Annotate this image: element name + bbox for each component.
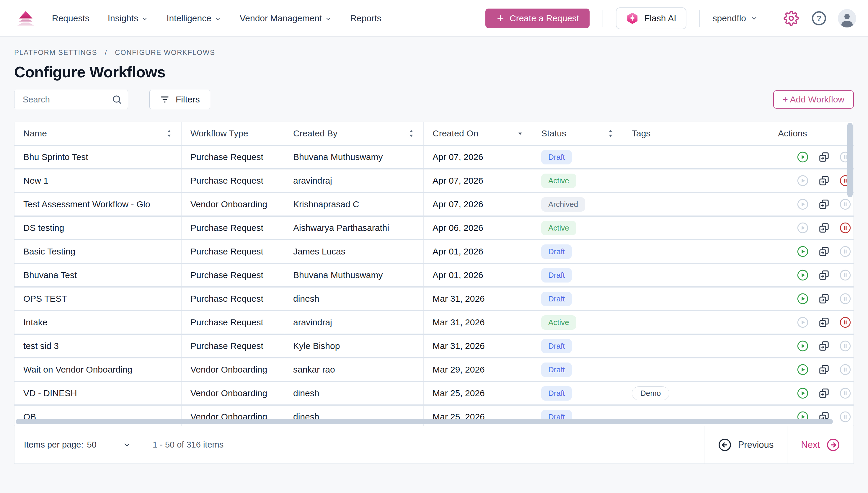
table-row[interactable]: Bhu Sprinto TestPurchase RequestBhuvana … <box>15 145 853 168</box>
breadcrumb-configure-workflows[interactable]: CONFIGURE WORKFLOWS <box>115 48 215 57</box>
create-request-button[interactable]: Create a Request <box>485 8 590 28</box>
table-row[interactable]: IntakePurchase RequestaravindrajMar 31, … <box>15 310 853 334</box>
status-cell: Draft <box>532 240 623 263</box>
workflow-name-cell: Basic Testing <box>15 240 181 263</box>
filters-button[interactable]: Filters <box>149 90 210 109</box>
nav-item-insights[interactable]: Insights <box>108 13 148 23</box>
pause-workflow-button[interactable] <box>839 222 851 234</box>
nav-item-vendor-management[interactable]: Vendor Management <box>240 13 332 23</box>
table-row[interactable]: New 1Purchase RequestaravindrajApr 07, 2… <box>15 168 853 192</box>
table-row[interactable]: VD - DINESHVendor OnboardingdineshMar 25… <box>15 381 853 404</box>
breadcrumb-separator: / <box>105 48 107 57</box>
column-label: Tags <box>632 128 650 138</box>
table-row[interactable]: DS testingPurchase RequestAishwarya Part… <box>15 215 853 239</box>
workflow-type-cell: Purchase Request <box>181 311 284 334</box>
actions-cell <box>769 287 853 310</box>
created-by-cell: aravindraj <box>284 311 424 334</box>
column-header-created-by[interactable]: Created By <box>284 122 424 145</box>
duplicate-workflow-button[interactable] <box>818 198 830 210</box>
column-header-name[interactable]: Name <box>15 122 181 145</box>
duplicate-workflow-button[interactable] <box>818 269 830 281</box>
actions-cell <box>769 382 853 404</box>
settings-gear-icon[interactable] <box>784 10 799 26</box>
org-switcher[interactable]: spendflo <box>713 13 758 23</box>
pagination-bar: Items per page: 50 1 - 50 of 316 items P… <box>14 426 854 464</box>
nav-item-label: Insights <box>108 13 138 23</box>
created-on-cell: Apr 01, 2026 <box>424 240 532 263</box>
table-row[interactable]: Bhuvana TestPurchase RequestBhuvana Muth… <box>15 263 853 286</box>
items-per-page-select[interactable]: Items per page: 50 <box>15 426 142 464</box>
table-row[interactable]: Wait on Vendor OnboardingVendor Onboardi… <box>15 357 853 381</box>
duplicate-workflow-button[interactable] <box>818 364 830 376</box>
duplicate-workflow-button[interactable] <box>818 222 830 234</box>
chevron-down-icon <box>214 15 221 22</box>
created-on-cell: Apr 07, 2026 <box>424 146 532 168</box>
workflow-type-cell: Vendor Onboarding <box>181 193 284 215</box>
column-header-status[interactable]: Status <box>532 122 623 145</box>
run-workflow-button[interactable] <box>797 293 809 305</box>
duplicate-workflow-button[interactable] <box>818 317 830 328</box>
tags-cell <box>623 217 769 239</box>
filter-icon <box>160 94 170 105</box>
run-workflow-button[interactable] <box>797 387 809 399</box>
status-cell: Active <box>532 311 623 334</box>
column-header-created-on[interactable]: Created On <box>424 122 532 145</box>
nav-item-label: Requests <box>52 13 89 23</box>
table-row[interactable]: OPS TESTPurchase RequestdineshMar 31, 20… <box>15 286 853 310</box>
created-on-cell: Mar 25, 2026 <box>424 382 532 404</box>
run-workflow-button[interactable] <box>797 269 809 281</box>
created-by-cell: sankar rao <box>284 358 424 381</box>
status-cell: Draft <box>532 335 623 357</box>
nav-item-intelligence[interactable]: Intelligence <box>167 13 221 23</box>
status-badge: Draft <box>541 386 572 401</box>
help-icon[interactable]: ? <box>811 10 827 26</box>
tags-cell <box>623 311 769 334</box>
table-body: Bhu Sprinto TestPurchase RequestBhuvana … <box>15 145 853 426</box>
duplicate-workflow-button[interactable] <box>818 387 830 399</box>
status-cell: Draft <box>532 358 623 381</box>
user-avatar[interactable] <box>838 9 856 27</box>
items-per-page-value: 50 <box>87 440 96 450</box>
run-workflow-button[interactable] <box>797 364 809 376</box>
next-page-button[interactable]: Next <box>787 426 853 464</box>
run-workflow-button[interactable] <box>797 340 809 352</box>
pause-workflow-button <box>839 387 851 399</box>
chevron-down-icon <box>141 15 148 22</box>
actions-cell <box>769 240 853 263</box>
breadcrumb-platform-settings[interactable]: PLATFORM SETTINGS <box>14 48 97 57</box>
previous-page-button[interactable]: Previous <box>704 426 787 464</box>
actions-cell <box>769 311 853 334</box>
search-input[interactable] <box>14 90 128 109</box>
horizontal-scrollbar[interactable] <box>16 419 833 424</box>
duplicate-workflow-button[interactable] <box>818 151 830 163</box>
status-cell: Active <box>532 169 623 192</box>
status-badge: Draft <box>541 244 572 259</box>
duplicate-workflow-button[interactable] <box>818 340 830 352</box>
table-row[interactable]: Basic TestingPurchase RequestJames Lucas… <box>15 239 853 263</box>
previous-label: Previous <box>738 440 774 450</box>
created-by-cell: James Lucas <box>284 240 424 263</box>
spendflo-logo-icon[interactable] <box>17 10 35 26</box>
status-badge: Archived <box>541 197 585 212</box>
add-workflow-button[interactable]: + Add Workflow <box>773 90 854 109</box>
run-workflow-button[interactable] <box>797 245 809 257</box>
sort-icon <box>165 129 173 138</box>
nav-item-requests[interactable]: Requests <box>52 13 89 23</box>
duplicate-workflow-button[interactable] <box>818 245 830 257</box>
plus-icon <box>496 14 505 23</box>
workflow-type-cell: Purchase Request <box>181 146 284 168</box>
flash-ai-button[interactable]: Flash AI <box>616 7 686 29</box>
pause-workflow-button[interactable] <box>839 317 851 328</box>
chevron-down-icon <box>123 441 131 449</box>
duplicate-workflow-button[interactable] <box>818 175 830 187</box>
create-request-label: Create a Request <box>509 13 579 23</box>
table-row[interactable]: test sid 3Purchase RequestKyle BishopMar… <box>15 334 853 357</box>
created-by-cell: Bhuvana Muthuswamy <box>284 264 424 286</box>
run-workflow-button[interactable] <box>797 151 809 163</box>
created-on-cell: Mar 31, 2026 <box>424 311 532 334</box>
nav-item-reports[interactable]: Reports <box>350 13 381 23</box>
chevron-down-icon <box>750 15 758 22</box>
table-row[interactable]: Test Assessment Workflow - GloVendor Onb… <box>15 192 853 215</box>
duplicate-workflow-button[interactable] <box>818 293 830 305</box>
vertical-scrollbar[interactable] <box>847 123 853 197</box>
